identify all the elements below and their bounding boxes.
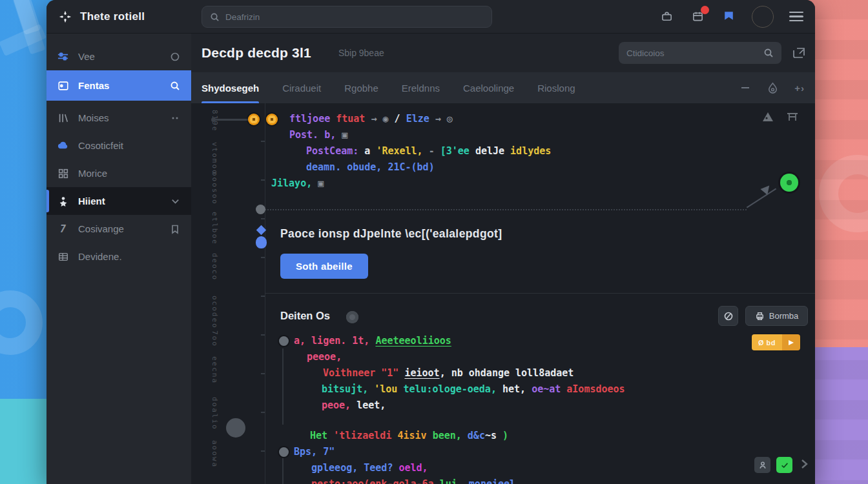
code-line: Jilayo, ▣ [271, 176, 551, 192]
notification-badge [701, 6, 709, 14]
global-search[interactable] [202, 6, 492, 28]
sidebar-item-label: Vee [78, 51, 95, 62]
sidebar-item-cosivange[interactable]: 7Cosivange [46, 215, 191, 243]
user-step-button[interactable] [754, 457, 770, 473]
background-ring [0, 290, 43, 355]
code-line: peoe, leet, [271, 398, 625, 414]
gutter-label: eecna [211, 356, 219, 384]
code-editor[interactable]: 819evtomooooosooetlboedeocoocodeo7ooeecn… [191, 103, 815, 484]
tab-rgobhe[interactable]: Rgobhe [344, 72, 378, 103]
sidebar-item-label: Morice [78, 168, 107, 179]
briefcase-icon[interactable] [659, 9, 674, 25]
app-window: ▽ ◇ ▽ ○ ▽ Thete rotiell VeeFe [46, 0, 815, 484]
search-icon[interactable] [169, 80, 181, 92]
section-divider [265, 293, 815, 294]
calendar-icon[interactable] [690, 9, 705, 25]
tab-bar: ShydosegehCiradueitRgobheEreldnnsCaelool… [191, 72, 815, 103]
sidebar-item-cosoticfeit[interactable]: Cosoticfeit [46, 132, 191, 159]
gutter-label: doalio [211, 397, 219, 430]
ruler-line [265, 103, 265, 484]
code-line: pesto:aoo(enk-gola-6a lui, moneieel [271, 476, 625, 484]
content-search-input[interactable] [626, 48, 758, 58]
flag-icon[interactable] [721, 9, 736, 25]
cloud-icon [57, 139, 69, 152]
sidebar-item-label: Cosoticfeit [78, 140, 123, 151]
section-title: Deiten Os [280, 310, 330, 322]
run-button-label: Ø bd [752, 334, 782, 350]
tab-ciradueit[interactable]: Ciradueit [282, 72, 321, 103]
status-green-dot [780, 174, 798, 192]
run-arrow-icon [782, 334, 800, 350]
top-navbar: Thete rotiell [46, 0, 815, 34]
sidebar-item-morice[interactable]: Morice [46, 159, 191, 187]
flow-arrowhead [760, 183, 772, 195]
chevron-right-icon[interactable] [798, 458, 810, 472]
timeline-dot [226, 418, 245, 438]
warning-triangle-icon[interactable] [761, 110, 775, 124]
app-name: Thete rotiell [80, 10, 145, 23]
content-search[interactable] [619, 42, 781, 64]
collapse-icon[interactable] [739, 82, 751, 94]
code-line: ftljoee ftuat → ◉ / Elze → ◎ [271, 111, 551, 127]
code-block-primary[interactable]: ftljoee ftuat → ◉ / Elze → ◎Post. b, ▣Po… [271, 111, 551, 192]
page-title: Decdp decdp 3l1 [202, 45, 311, 61]
code-line: Bps, 7" [271, 444, 625, 460]
deploy-icon[interactable] [767, 82, 779, 94]
code-block-secondary[interactable]: a, ligen. 1t, Aeeteeoliioospeeoe,Voithne… [271, 333, 625, 484]
flow-arrow-line [747, 188, 776, 208]
primary-action-button[interactable]: Soth abeille [280, 254, 368, 279]
frame-icon[interactable] [785, 110, 800, 124]
sidebar-item-moises[interactable]: Moises [46, 104, 191, 132]
page-subtitle: Sbip 9beae [338, 48, 384, 58]
printer-icon [755, 311, 765, 321]
avatar[interactable] [752, 6, 774, 28]
chevron-icon[interactable] [169, 196, 181, 207]
sidebar-item-label: Fentas [78, 80, 109, 91]
sidebar-item-devidene[interactable]: Devidene. [46, 243, 191, 270]
search-icon [210, 12, 220, 22]
gutter-label: ocodeo [211, 296, 219, 329]
dots-icon[interactable] [169, 112, 181, 124]
sidebar-item-label: Hiient [78, 196, 105, 207]
code-line: deamn. obude, 21C-(bd) [271, 159, 551, 176]
code-bullet [279, 447, 289, 457]
run-split-button[interactable]: Ø bd [752, 334, 800, 350]
gutter-label: 7oo [211, 330, 219, 347]
flow-dotted-line [265, 209, 747, 210]
sliders-icon [57, 50, 69, 63]
global-search-input[interactable] [225, 12, 484, 22]
search-icon [763, 48, 774, 58]
sidebar-item-label: Moises [78, 112, 109, 123]
grid-icon [57, 167, 69, 179]
sidebar-item-fentas[interactable]: Fentas [46, 70, 191, 101]
gutter-label: vtomoo [211, 142, 219, 176]
breakpoint-icon[interactable] [248, 114, 260, 125]
sidebar-item-vee[interactable]: Vee [46, 43, 191, 70]
print-button-label: Bormba [769, 311, 799, 321]
code-line: gpleeog, Teed? oeld, [271, 460, 625, 476]
menu-icon[interactable] [789, 12, 803, 22]
help-icon[interactable] [346, 311, 358, 323]
tab-shydosegeh[interactable]: Shydosegeh [202, 72, 259, 103]
panel-icon [57, 79, 69, 92]
bookmark-icon[interactable] [169, 223, 181, 235]
slash-circle-icon [723, 311, 734, 321]
confirm-button[interactable] [776, 457, 792, 473]
tab-rioslong[interactable]: Rioslong [537, 72, 575, 103]
print-button[interactable]: Bormba [745, 306, 808, 326]
sync-button[interactable] [718, 306, 738, 326]
connector-line [213, 119, 249, 121]
sidebar-item-hiient[interactable]: Hiient [46, 187, 191, 215]
tab-caeloolinge[interactable]: Caeloolinge [463, 72, 514, 103]
tab-ereldnns[interactable]: Ereldnns [402, 72, 440, 103]
expand-icon[interactable] [792, 46, 806, 60]
code-line: peeoe, [271, 349, 625, 365]
gutter-label: aoowa [211, 440, 219, 468]
circle-icon[interactable] [169, 51, 181, 63]
callout-text: Paoce ionsp dJpelnte \ec[('ealalepdgot] [280, 227, 502, 241]
add-icons[interactable]: +› [794, 83, 805, 94]
gutter-label: ooosoo [211, 172, 219, 205]
sidebar: VeeFentasMoisesCosoticfeitMoriceHiient7C… [46, 34, 191, 484]
person-icon [57, 195, 69, 207]
code-line: bitsujt, 'lou telu:ologe-oeda, het, oe~a… [271, 381, 625, 398]
